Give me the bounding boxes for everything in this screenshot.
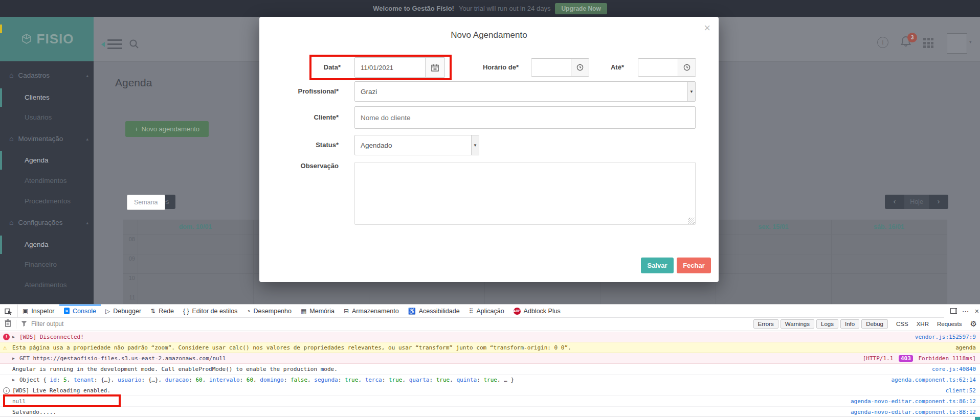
logo-text: FISIO (37, 31, 74, 47)
calendar-column-border (138, 220, 138, 305)
tab-label: Memória (309, 308, 335, 315)
horario-de-value[interactable] (531, 59, 571, 76)
devtools-tab-acessibilidade[interactable]: ♿Acessibilidade (404, 305, 464, 317)
textarea-resize-handle[interactable] (688, 218, 695, 224)
toolbar-divider (16, 320, 16, 329)
info-icon[interactable]: i (877, 37, 888, 48)
select-chevron-down-icon: ▼ (687, 82, 695, 101)
profissional-select[interactable]: Grazi ▼ (354, 81, 696, 102)
observacao-textarea[interactable] (354, 162, 696, 225)
tab-label: Console (73, 308, 96, 315)
sidebar-item-financeiro[interactable]: Financeiro (25, 259, 57, 271)
today-button[interactable]: Hoje (904, 195, 929, 209)
filter-button-debug[interactable]: Debug (861, 319, 888, 329)
prev-week-button[interactable]: ‹ (885, 195, 904, 209)
trial-banner-text: Your trial will run out in 24 days (459, 5, 550, 12)
sidebar-section-label: Cadastros (18, 72, 50, 79)
sidebar-section-cadastros[interactable]: ⌂Cadastros▴ (9, 69, 88, 81)
filter-button-logs[interactable]: Logs (816, 319, 838, 329)
console-row: ▶Object { id: 5, tenant: {…}, usuario: {… (0, 375, 980, 385)
sidebar-item-atendimentos[interactable]: Atendimentos (25, 279, 67, 291)
sidebar-item-clientes[interactable]: Clientes (25, 91, 50, 104)
calendar-row-divider (123, 293, 947, 293)
source-link[interactable]: agenda.component.ts:62:14 (891, 377, 976, 383)
next-week-button[interactable]: › (929, 195, 948, 209)
devtools-tab-desempenho[interactable]: ◔Desempenho (242, 305, 296, 317)
devtools-close-icon[interactable]: × (975, 307, 979, 315)
devtools-panel: ▣Inspetor»Console▷Debugger⇅Rede{ }Editor… (0, 304, 980, 420)
apps-grid-icon[interactable] (923, 38, 933, 48)
data-value[interactable]: 11/01/2021 (355, 58, 425, 77)
data-field[interactable]: 11/01/2021 (354, 57, 445, 78)
filter-button-info[interactable]: Info (840, 319, 859, 329)
pick-element-button[interactable] (0, 305, 18, 317)
view-toggle-semana[interactable]: Semana (127, 195, 165, 210)
fechar-button[interactable]: Fechar (677, 258, 711, 273)
expand-caret-icon[interactable]: ▶ (12, 335, 19, 339)
cliente-input[interactable] (354, 106, 696, 129)
tab-label: Acessibilidade (419, 308, 460, 315)
source-link[interactable]: vendor.js:152597:9 (915, 334, 976, 340)
console-toolbar: ErrorsWarningsLogsInfoDebug CSSXHRReques… (0, 317, 980, 331)
chevron-up-icon: ▴ (86, 69, 88, 82)
novo-agendamento-modal: × Novo Agendamento Data* 11/01/2021 Horá… (259, 17, 719, 282)
ate-field[interactable] (638, 58, 696, 77)
devtools-menu-icon[interactable]: ⋯ (962, 307, 970, 315)
ate-value[interactable] (638, 59, 678, 76)
devtools-tab-memoria[interactable]: ▦Memória (296, 305, 339, 317)
source-link[interactable]: agenda-novo-editar.component.ts:88:12 (851, 409, 976, 415)
expand-caret-icon[interactable]: ▶ (12, 378, 19, 382)
upgrade-now-button[interactable]: Upgrade Now (555, 3, 607, 14)
sidebar-item-usuarios[interactable]: Usuários (25, 111, 52, 124)
console-settings-gear-icon[interactable]: ⚙ (970, 319, 977, 329)
type-filter-requests[interactable]: Requests (937, 321, 962, 327)
devtools-tab-armazenamento[interactable]: ⊟Armazenamento (339, 305, 404, 317)
devtools-tab-editor-de-estilos[interactable]: { }Editor de estilos (179, 305, 242, 317)
source-link[interactable]: core.js:40840 (932, 366, 976, 372)
devtools-tab-inspetor[interactable]: ▣Inspetor (18, 305, 59, 317)
calendar-day-header: dom. 10/01 (138, 223, 253, 230)
calendar-nav: ‹ Hoje › (885, 195, 948, 209)
source-link[interactable]: client:52 (945, 387, 976, 394)
sidebar-item-agenda[interactable]: Agenda (25, 239, 49, 251)
sidebar-section-movimentacao[interactable]: ⌂Movimentação▴ (9, 132, 88, 145)
novo-agendamento-button[interactable]: + Novo agendamento (125, 121, 209, 137)
active-item-indicator (0, 151, 2, 170)
console-message: [WDS] Live Reloading enabled. (12, 387, 939, 394)
filter-button-errors[interactable]: Errors (753, 319, 778, 329)
active-item-indicator (0, 236, 2, 254)
source-link[interactable]: agenda-novo-editar.component.ts:86:12 (851, 398, 976, 405)
filter-button-warnings[interactable]: Warnings (781, 319, 814, 329)
devtools-tab-debugger[interactable]: ▷Debugger (101, 305, 146, 317)
sidebar-item-procedimentos[interactable]: Procedimentos (25, 195, 71, 207)
devtools-tab-adblock-plus[interactable]: ABPAdblock Plus (509, 305, 565, 317)
devtools-tab-aplicacao[interactable]: ⠿Aplicação (464, 305, 509, 317)
calendar-picker-icon[interactable] (425, 58, 444, 77)
devtools-application-icon: ⠿ (469, 308, 474, 315)
clear-console-icon[interactable] (5, 319, 11, 329)
devtools-tab-rede[interactable]: ⇅Rede (146, 305, 179, 317)
type-filter-css[interactable]: CSS (896, 321, 908, 327)
sidebar-item-atendimentos[interactable]: Atendimentos (25, 175, 67, 187)
modal-title: Novo Agendamento (259, 30, 719, 40)
type-filter-xhr[interactable]: XHR (917, 321, 929, 327)
horario-de-field[interactable] (531, 58, 589, 77)
sidebar-toggle-button[interactable] (101, 39, 123, 50)
search-icon[interactable] (129, 39, 139, 51)
tab-label: Debugger (113, 308, 141, 315)
filter-funnel-icon (21, 320, 27, 328)
sidebar-item-agenda[interactable]: Agenda (25, 154, 49, 167)
status-select[interactable]: Agendado ▼ (354, 135, 479, 155)
tab-label: Inspetor (31, 308, 54, 315)
console-message: Salvando..... (12, 409, 844, 415)
calendar-day-header: sex. 15/01 (716, 223, 831, 230)
source-link[interactable]: agenda (955, 344, 976, 351)
user-avatar[interactable] (947, 33, 967, 54)
filter-output-input[interactable] (30, 320, 165, 328)
sidebar-section-configuracoes[interactable]: ⌂Configurações▴ (9, 216, 88, 228)
calendar-day-header: sáb. 16/01 (831, 223, 947, 230)
split-console-icon[interactable] (950, 308, 957, 314)
expand-caret-icon[interactable]: ▶ (12, 356, 19, 361)
salvar-button[interactable]: Salvar (641, 258, 674, 273)
devtools-tab-console[interactable]: »Console (59, 305, 101, 317)
